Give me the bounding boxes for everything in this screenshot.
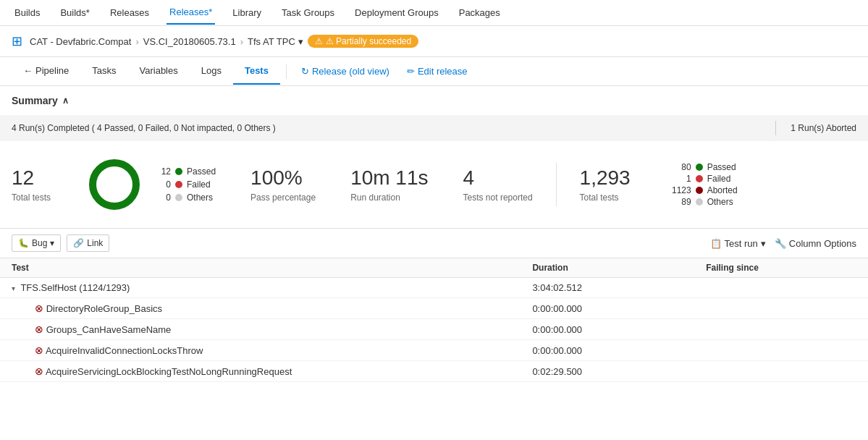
right-stat-passed: 80 Passed <box>662 162 738 172</box>
right-others-num: 89 <box>662 197 691 207</box>
tab-variables[interactable]: Variables <box>128 58 190 85</box>
edit-release-link[interactable]: ✏ Edit release <box>398 59 476 84</box>
table-header: Test Duration Failing since <box>0 258 868 278</box>
failed-value: 0 <box>158 179 171 190</box>
column-options-label: Column Options <box>789 238 856 249</box>
toolbar-row: 🐛 Bug ▾ 🔗 Link 📋 Test run ▾ 🔧 Column Opt… <box>0 229 868 258</box>
right-others-label: Others <box>707 197 733 207</box>
passed-dot <box>175 168 182 175</box>
warning-icon: ⚠ <box>315 36 323 46</box>
group-duration-cell: 3:04:02.512 <box>521 278 694 298</box>
back-arrow-icon: ← <box>23 65 33 76</box>
child-name-cell: ⊗ Groups_CanHaveSameName <box>0 319 521 340</box>
refresh-icon: ↻ <box>301 66 309 77</box>
run-duration-label: Run duration <box>350 192 400 203</box>
others-dot <box>175 194 182 201</box>
breadcrumb-project[interactable]: CAT - Devfabric.Compat <box>30 36 131 47</box>
nav-deployment-groups[interactable]: Deployment Groups <box>352 1 442 24</box>
nav-releases[interactable]: Releases <box>107 1 152 24</box>
release-old-view-link[interactable]: ↻ Release (old view) <box>292 59 398 84</box>
right-passed-label: Passed <box>707 162 736 172</box>
tab-tasks[interactable]: Tasks <box>80 58 127 85</box>
aborted-icon: ⊗ <box>35 323 43 335</box>
metric-run-duration: 10m 11s Run duration <box>333 166 445 203</box>
breadcrumb-build[interactable]: VS.CI_20180605.73.1 <box>143 36 236 47</box>
child-failing-cell <box>694 361 868 382</box>
tab-divider <box>286 64 287 79</box>
stats-bar-completed: 4 Run(s) Completed ( 4 Passed, 0 Failed,… <box>12 123 761 133</box>
breadcrumb-sep-2: › <box>240 36 243 47</box>
toolbar-right: 📋 Test run ▾ 🔧 Column Options <box>710 238 856 249</box>
metrics-divider <box>556 163 557 206</box>
right-stat-aborted: 1123 Aborted <box>662 185 738 195</box>
nav-builds[interactable]: Builds <box>12 1 43 24</box>
metrics-row: 12 Total tests 12 Passed 0 Failed 0 <box>0 141 868 229</box>
nav-task-groups[interactable]: Task Groups <box>279 1 337 24</box>
test-table: Test Duration Failing since ▾ TFS.SelfHo… <box>0 258 868 382</box>
right-failed-label: Failed <box>707 174 731 184</box>
top-navigation: Builds Builds* Releases Releases* Librar… <box>0 0 868 26</box>
tests-not-reported-label: Tests not reported <box>463 192 533 203</box>
child-name-cell: ⊗ DirectoryRoleGroup_Basics <box>0 298 521 319</box>
table-row[interactable]: ⊗ Groups_CanHaveSameName 0:00:00.000 <box>0 319 868 340</box>
breadcrumb-stage[interactable]: Tfs AT TPC ▾ <box>248 36 303 47</box>
column-options-icon: 🔧 <box>775 238 786 249</box>
total-tests-value: 12 <box>12 166 34 190</box>
aborted-icon: ⊗ <box>35 302 43 314</box>
child-test-name: AcquireInvalidConnectionLocksThrow <box>46 345 203 356</box>
nav-releases-star[interactable]: Releases* <box>167 1 215 25</box>
nav-library[interactable]: Library <box>229 1 264 24</box>
donut-chart <box>85 156 143 213</box>
others-value: 0 <box>158 192 171 203</box>
link-icon: 🔗 <box>73 238 84 248</box>
nav-builds-star[interactable]: Builds* <box>57 1 92 24</box>
tab-tests[interactable]: Tests <box>233 58 280 85</box>
group-name: TFS.SelfHost (1124/1293) <box>20 282 130 293</box>
table-row[interactable]: ⊗ DirectoryRoleGroup_Basics 0:00:00.000 <box>0 298 868 319</box>
metric-total-tests: 12 Total tests <box>12 166 68 203</box>
bug-label: Bug <box>32 238 47 248</box>
table-row[interactable]: ▾ TFS.SelfHost (1124/1293) 3:04:02.512 <box>0 278 868 298</box>
group-name-cell: ▾ TFS.SelfHost (1124/1293) <box>0 278 521 298</box>
metric-pass-percentage: 100% Pass percentage <box>233 166 333 203</box>
svg-point-1 <box>100 170 129 199</box>
donut-legend: 12 Passed 0 Failed 0 Others <box>158 166 216 203</box>
failed-dot <box>175 181 182 188</box>
table-row[interactable]: ⊗ AcquireServicingLockBlockingTestNoLong… <box>0 361 868 382</box>
table-row[interactable]: ⊗ AcquireInvalidConnectionLocksThrow 0:0… <box>0 340 868 361</box>
right-stats: 80 Passed 1 Failed 1123 Aborted 89 Other… <box>662 162 738 207</box>
link-label: Link <box>87 238 103 248</box>
column-test: Test <box>0 258 521 278</box>
column-options-action[interactable]: 🔧 Column Options <box>775 238 856 249</box>
test-run-label: Test run <box>725 238 758 249</box>
test-run-action[interactable]: 📋 Test run ▾ <box>710 238 766 249</box>
legend-passed: 12 Passed <box>158 166 216 177</box>
passed-value: 12 <box>158 166 171 177</box>
bug-icon: 🐛 <box>18 238 29 248</box>
tab-pipeline[interactable]: ← Pipeline <box>12 58 80 85</box>
summary-header[interactable]: Summary ∧ <box>0 86 868 115</box>
run-duration-value: 10m 11s <box>350 166 428 190</box>
child-failing-cell <box>694 319 868 340</box>
child-duration-cell: 0:00:00.000 <box>521 298 694 319</box>
child-test-name: DirectoryRoleGroup_Basics <box>46 303 162 314</box>
bug-button[interactable]: 🐛 Bug ▾ <box>12 234 61 252</box>
breadcrumb-sep-1: › <box>135 36 138 47</box>
right-failed-num: 1 <box>662 174 691 184</box>
link-button[interactable]: 🔗 Link <box>67 234 109 252</box>
column-failing-since: Failing since <box>694 258 868 278</box>
summary-title: Summary <box>12 95 58 106</box>
child-name-cell: ⊗ AcquireServicingLockBlockingTestNoLong… <box>0 361 521 382</box>
aborted-icon: ⊗ <box>35 365 43 377</box>
child-duration-cell: 0:00:00.000 <box>521 319 694 340</box>
nav-packages[interactable]: Packages <box>456 1 503 24</box>
test-run-chevron-icon: ▾ <box>761 238 766 249</box>
app-logo: ⊞ <box>12 33 22 49</box>
legend-others: 0 Others <box>158 192 216 203</box>
status-badge: ⚠ ⚠ Partially succeeded <box>308 35 418 48</box>
aborted-icon: ⊗ <box>35 344 43 356</box>
right-stat-others: 89 Others <box>662 197 738 207</box>
column-duration: Duration <box>521 258 694 278</box>
child-duration-cell: 0:02:29.500 <box>521 361 694 382</box>
tab-logs[interactable]: Logs <box>190 58 233 85</box>
